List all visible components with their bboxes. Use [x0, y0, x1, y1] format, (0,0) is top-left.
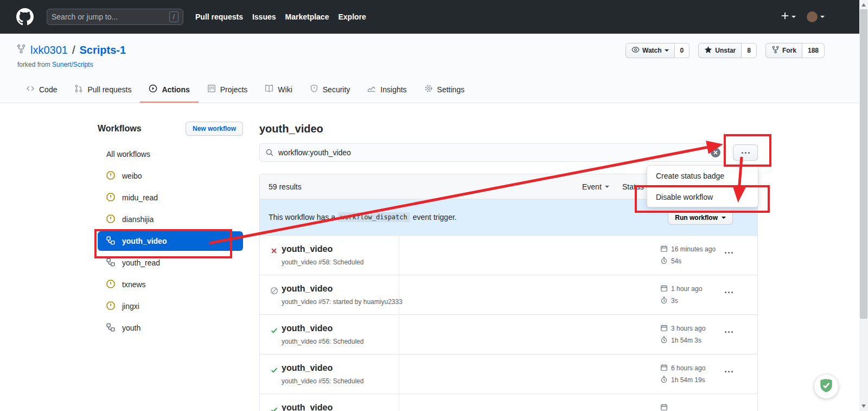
- star-button-group: Unstar 8: [698, 43, 757, 58]
- scrollbar-up-arrow[interactable]: [861, 3, 866, 7]
- scrollbar-down-arrow[interactable]: [861, 404, 866, 408]
- run-title-link[interactable]: youth_video: [282, 363, 333, 373]
- workflow-item-label: youth: [122, 324, 141, 332]
- star-count[interactable]: 8: [742, 43, 757, 58]
- shield-icon: [310, 84, 318, 94]
- tab-label: Projects: [220, 85, 248, 94]
- sidebar-item-weibo[interactable]: weibo: [98, 165, 243, 187]
- run-filter-input[interactable]: [259, 143, 726, 162]
- repo-name-link[interactable]: Scripts-1: [80, 44, 126, 56]
- sidebar-item-txnews[interactable]: txnews: [98, 274, 243, 295]
- nav-link-issues[interactable]: Issues: [252, 12, 276, 21]
- run-row[interactable]: youth_video: [260, 394, 757, 411]
- user-menu-button[interactable]: [807, 11, 825, 22]
- clear-filter-button[interactable]: [711, 148, 720, 157]
- run-row[interactable]: youth_video youth_video #58: Scheduled 1…: [260, 236, 757, 275]
- repo-owner-link[interactable]: lxk0301: [30, 44, 68, 56]
- kebab-horizontal-icon: [748, 152, 750, 154]
- run-description: youth_video #55: Scheduled: [282, 377, 363, 385]
- new-workflow-button[interactable]: New workflow: [186, 122, 243, 136]
- run-workflow-button[interactable]: Run workflow: [668, 211, 733, 225]
- tab-projects[interactable]: Projects: [199, 77, 257, 103]
- run-time: 6 hours ago: [671, 364, 705, 372]
- tab-wiki[interactable]: Wiki: [256, 77, 301, 103]
- stopwatch-icon: [660, 257, 668, 266]
- nav-search-box[interactable]: /: [47, 9, 183, 25]
- repo-action-buttons: Watch 0 Unstar 8 Fork 188: [626, 43, 825, 58]
- github-logo-icon[interactable]: [16, 8, 34, 26]
- tab-insights[interactable]: Insights: [359, 77, 415, 103]
- run-row[interactable]: youth_video youth_video #55: Scheduled 6…: [260, 355, 757, 394]
- workflow-item-label: youth_video: [122, 237, 167, 245]
- sidebar-item-youth[interactable]: youth: [98, 317, 243, 339]
- fork-button[interactable]: Fork: [765, 43, 802, 58]
- sidebar-heading: Workflows: [98, 124, 142, 134]
- tab-pull-requests[interactable]: Pull requests: [66, 77, 140, 103]
- run-row[interactable]: youth_video youth_video #56: Scheduled 3…: [260, 315, 757, 355]
- avatar: [807, 11, 818, 22]
- workflow-item-label: midu_read: [122, 193, 158, 202]
- nav-link-marketplace[interactable]: Marketplace: [285, 12, 329, 21]
- tab-settings[interactable]: Settings: [416, 77, 474, 103]
- run-options-button[interactable]: [723, 289, 735, 295]
- run-options-button[interactable]: [723, 250, 735, 256]
- tab-label: Actions: [162, 85, 189, 94]
- run-row[interactable]: youth_video youth_video #57: started by …: [260, 275, 757, 315]
- run-meta: 1 hour ago 3s: [660, 283, 702, 307]
- calendar-icon: [660, 324, 668, 333]
- tab-label: Settings: [437, 85, 465, 94]
- git-pull-request-icon: [74, 84, 83, 94]
- global-search-input[interactable]: [52, 12, 169, 21]
- banner-text-suffix: event trigger.: [413, 213, 457, 222]
- run-time: 1 hour ago: [671, 285, 702, 293]
- run-title-link[interactable]: youth_video: [282, 403, 333, 411]
- sidebar-item-dianshijia[interactable]: dianshijia: [98, 208, 243, 230]
- workflow-icon: [106, 236, 115, 246]
- menu-item-create-status-badge[interactable]: Create status badge: [647, 166, 758, 186]
- run-meta: 16 minutes ago 54s: [660, 243, 716, 267]
- star-filled-icon: [704, 46, 712, 55]
- workflow-options-button[interactable]: [733, 144, 758, 161]
- scrollbar-thumb[interactable]: [860, 9, 867, 319]
- run-options-button[interactable]: [723, 369, 735, 375]
- tab-code[interactable]: Code: [17, 77, 66, 103]
- kebab-horizontal-icon: [745, 152, 746, 154]
- book-icon: [265, 84, 273, 94]
- calendar-icon: [660, 403, 668, 411]
- browser-scrollbar[interactable]: [859, 0, 868, 411]
- fork-count[interactable]: 188: [802, 43, 825, 58]
- sidebar-item-youth-video[interactable]: youth_video: [98, 231, 243, 251]
- run-options-button[interactable]: [723, 329, 735, 335]
- watch-count[interactable]: 0: [675, 43, 690, 58]
- stopwatch-icon: [660, 336, 668, 345]
- warning-octagon-icon: [106, 214, 115, 225]
- caret-down-icon: [665, 49, 669, 52]
- warning-octagon-icon: [106, 280, 115, 290]
- workflow-list: All workflows weibo midu_read dianshijia…: [98, 143, 243, 339]
- adguard-extension-button[interactable]: [814, 375, 838, 399]
- tab-security[interactable]: Security: [301, 77, 359, 103]
- sidebar-item-all-workflows[interactable]: All workflows: [98, 143, 243, 165]
- watch-button[interactable]: Watch: [626, 43, 675, 58]
- sidebar-item-youth-read[interactable]: youth_read: [98, 252, 243, 274]
- nav-link-explore[interactable]: Explore: [338, 12, 366, 21]
- sidebar-item-midu-read[interactable]: midu_read: [98, 187, 243, 208]
- forked-from-link[interactable]: Sunert/Scripts: [52, 61, 93, 68]
- tab-actions[interactable]: Actions: [140, 77, 198, 103]
- create-new-button[interactable]: [781, 12, 796, 22]
- run-title-link[interactable]: youth_video: [282, 244, 333, 254]
- nav-link-pull-requests[interactable]: Pull requests: [195, 12, 243, 21]
- menu-item-disable-workflow[interactable]: Disable workflow: [647, 186, 758, 207]
- watch-label: Watch: [642, 47, 662, 54]
- repo-separator: /: [72, 44, 75, 56]
- unstar-button[interactable]: Unstar: [698, 43, 742, 58]
- run-description: youth_video #56: Scheduled: [282, 338, 363, 345]
- run-title-link[interactable]: youth_video: [282, 324, 333, 333]
- workflow-item-label: jingxi: [122, 302, 139, 311]
- run-title-link[interactable]: youth_video: [282, 284, 333, 294]
- banner-text-prefix: This workflow has a: [269, 213, 335, 222]
- sidebar-item-jingxi[interactable]: jingxi: [98, 295, 243, 317]
- run-time: 16 minutes ago: [671, 245, 716, 253]
- event-filter-dropdown[interactable]: Event: [582, 174, 609, 199]
- repo-header: lxk0301 / Scripts-1 forked from Sunert/S…: [0, 34, 868, 103]
